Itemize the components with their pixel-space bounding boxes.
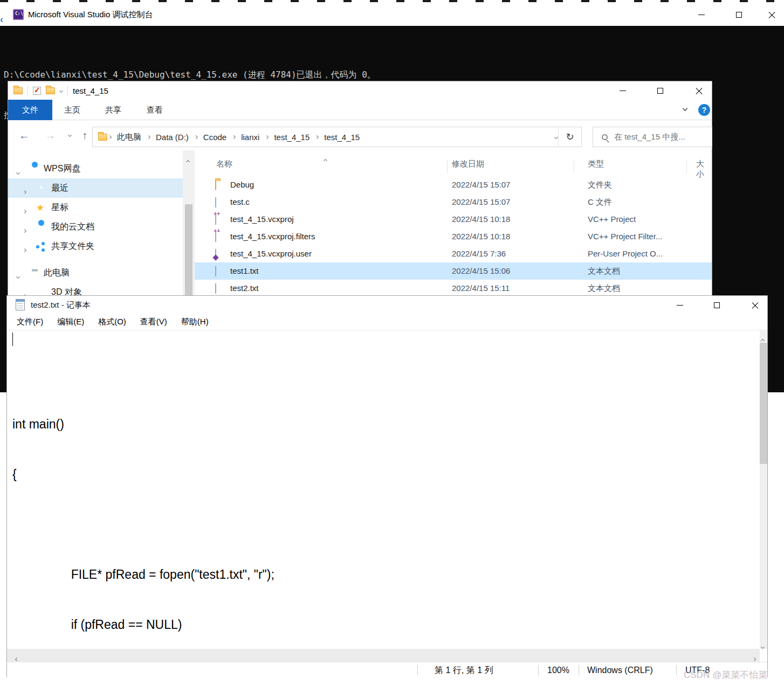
sidebar-item-recent[interactable]: 最近: [8, 178, 183, 198]
chevron-down-icon[interactable]: [59, 88, 63, 92]
breadcrumb-ccode[interactable]: Ccode: [198, 133, 231, 142]
scroll-down-icon[interactable]: [761, 645, 765, 649]
console-titlebar[interactable]: ‹ Microsoft Visual Studio 调试控制台: [0, 3, 784, 26]
file-row-debug[interactable]: Debug 2022/4/15 15:07 文件夹: [195, 176, 712, 193]
column-divider[interactable]: [447, 160, 448, 173]
menu-file[interactable]: 文件(F): [17, 317, 43, 327]
help-icon[interactable]: ?: [698, 104, 710, 116]
sidebar-item-my-cloud-docs[interactable]: 我的云文档: [8, 217, 183, 237]
forward-button[interactable]: [42, 126, 59, 145]
recent-locations-chevron-icon[interactable]: [68, 133, 72, 137]
minimize-icon: [620, 91, 626, 91]
file-row-test1-txt-selected[interactable]: test1.txt 2022/4/15 15:06 文本文档: [195, 262, 712, 280]
scroll-up-icon[interactable]: [186, 160, 190, 164]
horizontal-scrollbar[interactable]: [7, 649, 760, 662]
file-row-test-c[interactable]: test.c 2022/4/15 15:07 C 文件: [195, 193, 712, 211]
column-divider[interactable]: [574, 160, 574, 173]
chevron-right-icon[interactable]: [108, 135, 112, 138]
menu-help[interactable]: 帮助(H): [181, 317, 209, 327]
star-icon: [36, 203, 44, 212]
maximize-icon: [736, 12, 742, 18]
explorer-minimize-button[interactable]: [610, 81, 635, 100]
explorer-window-title: test_4_15: [73, 86, 108, 95]
notepad-close-button[interactable]: [742, 296, 767, 314]
breadcrumb-this-pc[interactable]: 此电脑: [112, 132, 146, 142]
menu-edit[interactable]: 编辑(E): [57, 317, 84, 327]
file-name: Debug: [230, 176, 254, 193]
chevron-collapsed-icon[interactable]: [23, 210, 26, 213]
refresh-button[interactable]: [558, 127, 581, 147]
notepad-titlebar[interactable]: test2.txt - 记事本: [7, 296, 767, 314]
notepad-minimize-button[interactable]: [668, 296, 692, 314]
scroll-up-icon[interactable]: [761, 339, 765, 343]
console-maximize-button[interactable]: [726, 3, 751, 26]
menu-format[interactable]: 格式(O): [98, 317, 126, 327]
column-header-type[interactable]: 类型: [588, 159, 604, 169]
scrollbar-thumb[interactable]: [185, 204, 192, 300]
sidebar-item-shared-folder[interactable]: 共享文件夹: [8, 237, 183, 256]
up-button[interactable]: [76, 126, 93, 145]
file-row-vcxproj-user[interactable]: test_4_15.vcxproj.user 2022/4/15 7:36 Pe…: [195, 245, 712, 262]
chevron-expanded-icon[interactable]: [16, 275, 20, 279]
tab-share[interactable]: 共享: [97, 100, 129, 120]
text-editor-area[interactable]: int main() { FILE* pfRead = fopen("test1…: [7, 330, 760, 649]
address-history-chevron-icon[interactable]: [554, 135, 558, 138]
vertical-scrollbar[interactable]: [760, 330, 767, 649]
file-row-vcxproj-filters[interactable]: test_4_15.vcxproj.filters 2022/4/15 10:1…: [195, 228, 712, 245]
explorer-titlebar[interactable]: test_4_15: [8, 81, 712, 100]
file-row-vcxproj[interactable]: test_4_15.vcxproj 2022/4/15 10:18 VC++ P…: [195, 211, 712, 228]
sidebar-scrollbar[interactable]: [183, 150, 195, 299]
chevron-right-icon[interactable]: [265, 135, 269, 138]
back-button[interactable]: [16, 126, 33, 145]
console-minimize-button[interactable]: [689, 3, 714, 26]
scroll-left-icon[interactable]: [15, 657, 19, 661]
menu-view[interactable]: 查看(V): [140, 317, 167, 327]
checkbox-icon[interactable]: [33, 87, 41, 95]
chevron-right-icon[interactable]: [232, 135, 236, 138]
sort-ascending-icon[interactable]: [324, 159, 327, 163]
sidebar-item-starred[interactable]: 星标: [8, 198, 183, 217]
clipped-chevron-icon: ‹: [0, 14, 3, 25]
address-bar[interactable]: 此电脑 Data (D:) Ccode lianxi test_4_15 tes…: [92, 127, 582, 147]
tab-home[interactable]: 主页: [56, 100, 88, 120]
folder-icon[interactable]: [13, 87, 23, 94]
search-box[interactable]: 在 test_4_15 中搜...: [593, 127, 712, 147]
column-header-modified[interactable]: 修改日期: [452, 159, 484, 169]
sidebar-item-wps-cloud[interactable]: WPS网盘: [8, 159, 183, 178]
notepad-window-title: test2.txt - 记事本: [31, 296, 91, 314]
explorer-maximize-button[interactable]: [648, 81, 672, 100]
file-type: 文件夹: [588, 176, 612, 193]
column-header-row: 名称 修改日期 类型 大小: [195, 155, 712, 174]
chevron-right-icon[interactable]: [315, 135, 319, 138]
tab-view[interactable]: 查看: [139, 100, 171, 120]
explorer-close-button[interactable]: [686, 81, 711, 100]
breadcrumb-test-4-15[interactable]: test_4_15: [269, 133, 314, 142]
column-header-name[interactable]: 名称: [216, 159, 232, 169]
file-modified-date: 2022/4/15 15:11: [452, 280, 510, 297]
chevron-expanded-icon[interactable]: [16, 171, 20, 175]
console-close-button[interactable]: [759, 3, 784, 26]
scrollbar-thumb[interactable]: [760, 343, 767, 464]
tab-file[interactable]: 文件: [8, 100, 52, 120]
navigation-bar: 此电脑 Data (D:) Ccode lianxi test_4_15 tes…: [8, 120, 712, 150]
folder-icon[interactable]: [46, 87, 55, 94]
breadcrumb-drive-d[interactable]: Data (D:): [151, 133, 194, 142]
chevron-collapsed-icon[interactable]: [23, 190, 26, 194]
code-line: [12, 516, 760, 533]
status-divider: [579, 665, 579, 675]
chevron-collapsed-icon[interactable]: [23, 229, 26, 233]
file-row-test2-txt[interactable]: test2.txt 2022/4/15 15:11 文本文档: [195, 280, 712, 297]
scroll-right-icon[interactable]: [752, 657, 756, 661]
chevron-right-icon[interactable]: [147, 135, 150, 138]
notepad-statusbar: 第 1 行, 第 1 列 100% Windows (CRLF) UTF-8: [7, 662, 767, 677]
chevron-right-icon[interactable]: [194, 135, 198, 138]
breadcrumb-test-4-15-inner[interactable]: test_4_15: [319, 133, 365, 142]
chevron-collapsed-icon[interactable]: [23, 248, 26, 252]
breadcrumb-lianxi[interactable]: lianxi: [236, 133, 264, 142]
expand-ribbon-chevron-icon[interactable]: [683, 106, 688, 112]
notepad-maximize-button[interactable]: [704, 296, 729, 314]
sidebar-item-this-pc[interactable]: 此电脑: [8, 263, 183, 282]
column-divider[interactable]: [686, 160, 687, 173]
console-output-line: D:\Ccode\lianxi\test_4_15\Debug\test_4_1…: [4, 68, 784, 81]
file-type: VC++ Project: [588, 211, 636, 228]
